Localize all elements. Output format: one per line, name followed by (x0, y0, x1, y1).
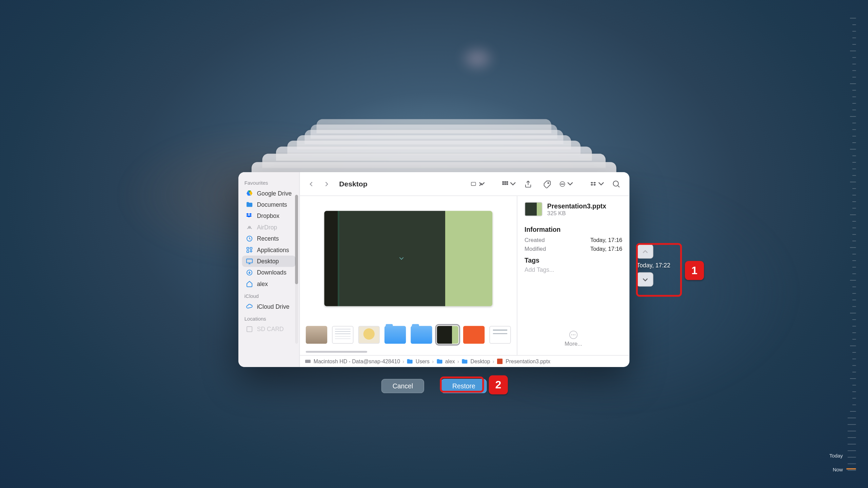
path-segment[interactable]: Macintosh HD - Data@snap-428410 (314, 358, 400, 364)
thumb-item[interactable] (489, 326, 511, 344)
share-button[interactable] (521, 178, 535, 190)
sidebar-item-label: iCloud Drive (257, 303, 290, 310)
more-button[interactable]: ⋯ More... (525, 331, 622, 349)
path-segment[interactable]: Desktop (471, 358, 490, 364)
sidebar-item-desktop[interactable]: Desktop (242, 256, 296, 267)
sidebar-item-google-drive[interactable]: Google Drive (242, 188, 296, 199)
path-bar[interactable]: Macintosh HD - Data@snap-428410› Users› … (300, 355, 629, 367)
annotation-badge-1: 1 (685, 261, 704, 280)
restore-button[interactable]: Restore (441, 379, 487, 393)
filmstrip-scrollbar[interactable] (306, 349, 511, 354)
sidebar-item-label: Google Drive (257, 190, 292, 197)
sidebar-header-favourites: Favourites (244, 180, 293, 186)
action-menu-button[interactable] (559, 178, 573, 190)
gdrive-icon (245, 189, 253, 197)
sidebar-item-documents[interactable]: Documents (242, 199, 296, 210)
file-thumbnail-icon (525, 202, 542, 216)
timeline-label-now: Now (833, 467, 843, 473)
svg-point-20 (613, 181, 618, 186)
airdrop-icon (245, 223, 253, 231)
sidebar-item-label: alex (257, 281, 268, 287)
gallery-view (300, 196, 517, 355)
sidebar-header-locations: Locations (244, 316, 293, 322)
sidebar-item-label: Desktop (257, 258, 279, 264)
tags-section-title: Tags (525, 257, 622, 264)
path-segment[interactable]: Presentation3.pptx (506, 358, 550, 364)
sidebar-header-icloud: iCloud (244, 293, 293, 299)
sidebar-item-sdcard[interactable]: SD CARD (242, 324, 296, 335)
sidebar-scrollbar[interactable] (295, 195, 298, 344)
svg-rect-13 (504, 183, 506, 185)
svg-rect-14 (507, 183, 508, 185)
home-icon (245, 280, 253, 288)
search-button[interactable] (609, 178, 624, 190)
folder-icon (407, 358, 413, 365)
ppt-icon (497, 358, 503, 365)
info-pane: Presentation3.pptx 325 KB Information Cr… (517, 196, 630, 355)
tag-button[interactable] (540, 178, 554, 190)
svg-rect-22 (497, 359, 503, 364)
svg-rect-5 (246, 259, 252, 263)
time-machine-nav: Today, 17:22 (637, 244, 682, 287)
finder-main: Desktop (300, 172, 629, 367)
modified-value: Today, 17:16 (590, 245, 622, 252)
created-label: Created (525, 237, 545, 243)
svg-rect-10 (504, 181, 506, 183)
thumb-item[interactable] (306, 326, 327, 344)
time-machine-timeline[interactable]: Today Now (842, 0, 860, 486)
thumb-item[interactable] (384, 326, 406, 344)
created-value: Today, 17:16 (590, 237, 622, 243)
disk-icon (245, 325, 253, 333)
sidebar-item-home[interactable]: alex (242, 278, 296, 289)
file-preview[interactable] (324, 210, 492, 306)
sidebar-item-recents[interactable]: Recents (242, 233, 296, 244)
svg-point-15 (548, 182, 549, 183)
finder-window: Favourites Google Drive Documents Dropbo… (238, 172, 629, 367)
thumb-item[interactable] (463, 326, 485, 344)
forward-button[interactable] (321, 179, 332, 189)
add-tags-field[interactable]: Add Tags... (525, 266, 622, 273)
sidebar-item-downloads[interactable]: Downloads (242, 267, 296, 278)
svg-rect-12 (502, 183, 504, 185)
more-icon: ⋯ (569, 331, 578, 339)
group-button[interactable] (502, 178, 516, 190)
dropbox-icon (245, 212, 253, 220)
info-section-title: Information (525, 226, 622, 233)
desktop-icon (245, 257, 253, 265)
view-mode-button[interactable] (471, 178, 485, 190)
thumb-item-selected[interactable] (437, 326, 458, 344)
sidebar: Favourites Google Drive Documents Dropbo… (238, 172, 300, 367)
page-title: Desktop (339, 180, 367, 188)
timeline-label-today: Today (829, 453, 843, 459)
dropbox-toolbar-icon[interactable] (590, 178, 604, 190)
downloads-icon (245, 269, 253, 277)
snapshot-prev-button[interactable] (637, 244, 653, 259)
sidebar-item-label: Applications (257, 247, 289, 253)
clock-icon (245, 235, 253, 243)
annotation-badge-2: 2 (489, 375, 508, 394)
svg-rect-7 (247, 327, 252, 332)
disk-icon (304, 358, 311, 365)
thumb-item[interactable] (332, 326, 353, 344)
sidebar-item-applications[interactable]: Applications (242, 244, 296, 256)
sidebar-item-dropbox[interactable]: Dropbox (242, 210, 296, 222)
svg-rect-21 (305, 360, 311, 363)
sidebar-item-airdrop[interactable]: AirDrop (242, 222, 296, 233)
cloud-icon (245, 303, 253, 310)
thumb-item[interactable] (358, 326, 380, 344)
sidebar-item-icloud-drive[interactable]: iCloud Drive (242, 301, 296, 312)
svg-rect-9 (502, 181, 504, 183)
path-segment[interactable]: alex (445, 358, 455, 364)
modified-label: Modified (525, 245, 546, 252)
cancel-button[interactable]: Cancel (381, 379, 424, 393)
svg-rect-4 (247, 250, 249, 252)
sidebar-item-label: Recents (257, 235, 279, 242)
folder-icon (245, 201, 253, 208)
thumb-item[interactable] (411, 326, 432, 344)
svg-point-19 (563, 183, 564, 184)
filmstrip[interactable] (300, 321, 517, 349)
back-button[interactable] (306, 179, 317, 189)
action-buttons: Cancel Restore (381, 379, 487, 393)
path-segment[interactable]: Users (416, 358, 430, 364)
snapshot-next-button[interactable] (637, 272, 653, 286)
